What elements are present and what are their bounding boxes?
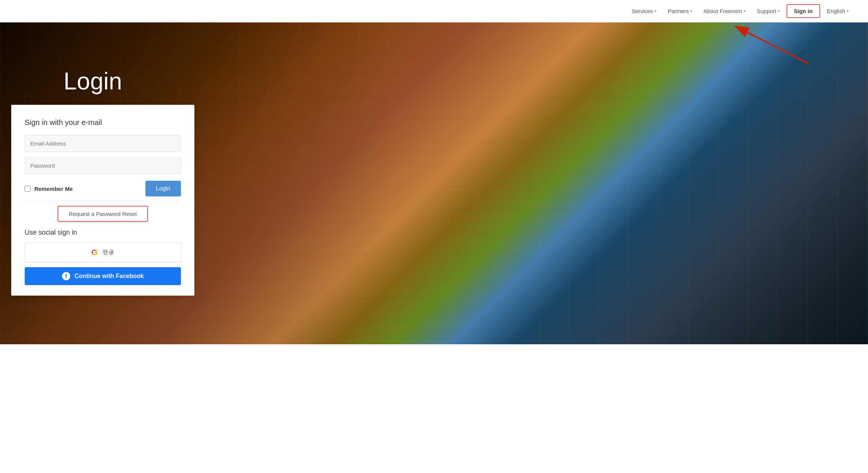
email-input[interactable]: [25, 135, 181, 152]
login-heading: Sign in with your e-mail: [25, 118, 181, 127]
nav-about-label: About Freenom: [704, 8, 742, 14]
nav-services[interactable]: Services ▾: [627, 5, 661, 17]
nav-partners-label: Partners: [668, 8, 689, 14]
remember-me-checkbox[interactable]: [25, 186, 31, 192]
language-label: English: [827, 8, 845, 14]
page-title: Login: [64, 67, 122, 95]
facebook-icon: f: [62, 272, 70, 280]
facebook-button-label: Continue with Facebook: [75, 273, 144, 280]
nav-about[interactable]: About Freenom ▾: [699, 5, 750, 17]
nav-partners[interactable]: Partners ▾: [663, 5, 697, 17]
social-heading: Use social sign in: [25, 229, 181, 236]
nav-support-label: Support: [757, 8, 776, 14]
google-button-label: 登录: [102, 249, 114, 257]
facebook-signin-button[interactable]: f Continue with Facebook: [25, 267, 181, 285]
divider: [25, 201, 181, 201]
hero-section: Login Sign in with your e-mail Remember …: [0, 22, 868, 344]
password-field-group: [25, 157, 181, 174]
chevron-down-icon: ▾: [655, 9, 656, 13]
social-section: Use social sign in G 登录 f Continue with …: [25, 229, 181, 285]
signin-button[interactable]: Sign in: [787, 4, 820, 18]
google-icon: G: [91, 248, 98, 257]
login-card: Sign in with your e-mail Remember Me Log…: [11, 105, 194, 296]
password-input[interactable]: [25, 157, 181, 174]
remember-me-label[interactable]: Remember Me: [25, 186, 73, 192]
nav-language[interactable]: English ▾: [822, 5, 853, 17]
chevron-down-icon: ▾: [847, 9, 849, 13]
navbar: Services ▾ Partners ▾ About Freenom ▾ Su…: [0, 0, 868, 22]
remember-me-text: Remember Me: [34, 186, 73, 192]
nav-services-label: Services: [632, 8, 653, 14]
chevron-down-icon: ▾: [744, 9, 745, 13]
chevron-down-icon: ▾: [778, 9, 780, 13]
google-signin-button[interactable]: G 登录: [25, 242, 181, 263]
nav-links: Services ▾ Partners ▾ About Freenom ▾ Su…: [627, 4, 853, 18]
password-reset-button[interactable]: Request a Password Reset: [58, 206, 148, 222]
nav-support[interactable]: Support ▾: [752, 5, 784, 17]
login-button[interactable]: Login: [145, 181, 181, 196]
email-field-group: [25, 135, 181, 152]
chevron-down-icon: ▾: [690, 9, 692, 13]
login-form-row: Remember Me Login: [25, 181, 181, 196]
